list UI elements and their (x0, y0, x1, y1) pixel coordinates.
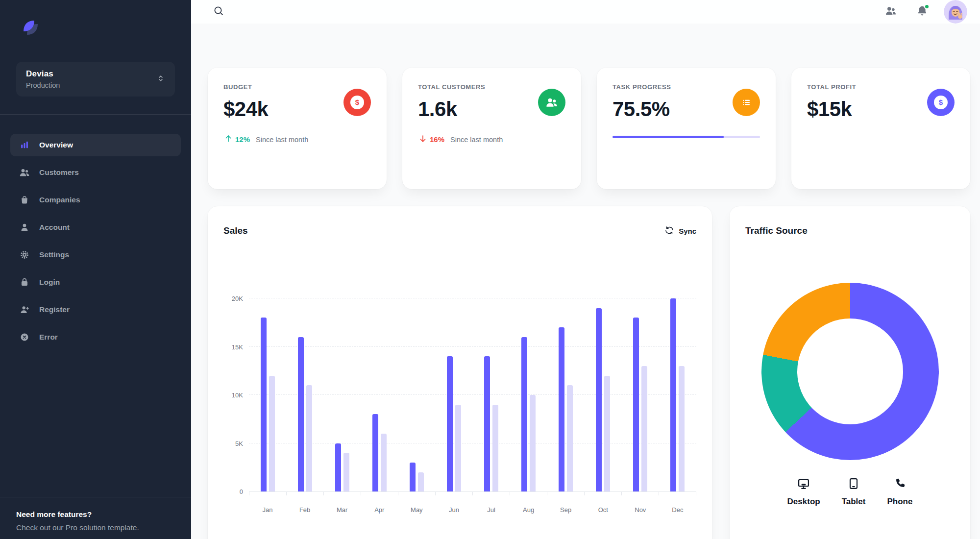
sales-bar-chart: 05K10K15K20K JanFebMarAprMayJunJulAugSep… (249, 298, 696, 514)
unfold-chevrons-icon (156, 74, 165, 85)
total-customers-card: TOTAL CUSTOMERS 1.6k (402, 68, 581, 189)
legend-label: Desktop (787, 497, 820, 507)
customers-caption: Since last month (450, 136, 503, 144)
donut-hole (797, 318, 903, 424)
workspace-environment: Production (26, 81, 156, 89)
x-axis-labels: JanFebMarAprMayJunJulAugSepOctNovDec (249, 506, 696, 514)
bar-secondary (306, 385, 312, 491)
contacts-button[interactable] (881, 2, 901, 22)
y-axis-label: 10K (221, 392, 243, 399)
devias-logo-icon[interactable] (20, 17, 42, 39)
total-profit-value: $15k (807, 98, 856, 121)
tablet-icon (847, 477, 860, 492)
sidebar-item-label: Account (39, 223, 70, 232)
sync-label: Sync (679, 227, 696, 235)
dollar-circle-icon: $ (343, 89, 371, 116)
bar-group (323, 298, 361, 491)
sales-bar-plot: 05K10K15K20K (249, 298, 696, 492)
avatar[interactable] (944, 0, 967, 24)
sidebar-item-account[interactable]: Account (10, 216, 181, 239)
bar-primary (670, 298, 676, 491)
workspace-name: Devias (26, 69, 156, 79)
x-axis-month-label: Jul (472, 506, 510, 514)
customers-label: TOTAL CUSTOMERS (418, 83, 485, 91)
task-progress-bar (612, 136, 760, 138)
list-circle-icon (733, 89, 760, 116)
search-button[interactable] (209, 2, 228, 22)
sidebar-item-register[interactable]: Register (10, 298, 181, 321)
x-axis-ticks (249, 492, 696, 495)
task-progress-label: TASK PROGRESS (612, 83, 671, 91)
users-icon (19, 167, 30, 178)
bar-secondary (343, 453, 349, 491)
bar-secondary (418, 472, 424, 491)
task-progress-card: TASK PROGRESS 75.5% (597, 68, 776, 189)
bar-chart-icon (19, 139, 30, 151)
task-progress-value: 75.5% (612, 98, 671, 121)
charts-row: Sales Sync 05K10K15K20K Jan (208, 206, 970, 539)
y-axis-label: 20K (221, 295, 243, 302)
budget-caption: Since last month (256, 136, 308, 144)
x-axis-month-label: Dec (659, 506, 696, 514)
task-progress-fill (612, 136, 724, 138)
traffic-source-card: Traffic Source Desktop (730, 206, 970, 539)
workspace-selector[interactable]: Devias Production (16, 62, 175, 97)
customers-value: 1.6k (418, 98, 485, 121)
page-content: BUDGET $24k $ 12% (191, 24, 980, 539)
bar-primary (298, 337, 304, 491)
phone-icon (893, 477, 906, 492)
sidebar-item-companies[interactable]: Companies (10, 189, 181, 211)
x-axis-month-label: Nov (622, 506, 659, 514)
bar-secondary (530, 395, 536, 491)
budget-trend-pct: 12% (235, 135, 250, 144)
footer-subtitle: Check out our Pro solution template. (16, 523, 175, 532)
x-axis-month-label: Jun (435, 506, 472, 514)
bar-secondary (567, 385, 573, 491)
sidebar-divider (0, 114, 191, 115)
sidebar-item-login[interactable]: Login (10, 271, 181, 294)
notifications-button[interactable] (912, 2, 932, 22)
sidebar-item-customers[interactable]: Customers (10, 161, 181, 184)
dollar-circle-icon: $ (927, 89, 955, 116)
shopping-bag-icon (19, 194, 30, 206)
sync-button[interactable]: Sync (664, 225, 696, 237)
bar-secondary (679, 366, 685, 491)
sidebar-item-label: Customers (39, 168, 79, 177)
main-area: BUDGET $24k $ 12% (191, 0, 980, 539)
sidebar: Devias Production Overview (0, 0, 191, 539)
bar-primary (261, 318, 267, 491)
sidebar-item-label: Login (39, 278, 60, 287)
sidebar-item-settings[interactable]: Settings (10, 244, 181, 266)
bar-secondary (492, 405, 498, 491)
stats-row: BUDGET $24k $ 12% (208, 68, 970, 189)
sidebar-item-overview[interactable]: Overview (10, 134, 181, 156)
bar-secondary (604, 376, 610, 491)
users-circle-icon (538, 89, 565, 116)
bar-secondary (269, 376, 275, 491)
x-axis-month-label: May (398, 506, 435, 514)
legend-label: Tablet (842, 497, 866, 507)
sidebar-item-label: Register (39, 305, 70, 314)
legend-label: Phone (887, 497, 912, 507)
budget-value: $24k (223, 98, 268, 121)
bar-group (249, 298, 286, 491)
x-circle-icon (19, 331, 30, 343)
bar-group (547, 298, 585, 491)
x-axis-month-label: Sep (547, 506, 585, 514)
bar-primary (447, 356, 453, 491)
y-axis-label: 5K (221, 440, 243, 447)
sidebar-item-label: Companies (39, 196, 80, 204)
bar-group (286, 298, 323, 491)
refresh-icon (664, 225, 674, 237)
sidebar-item-error[interactable]: Error (10, 326, 181, 348)
bar-primary (372, 414, 378, 491)
bar-group (361, 298, 398, 491)
y-axis-label: 0 (221, 488, 243, 495)
sidebar-item-label: Overview (39, 141, 73, 149)
user-plus-icon (19, 304, 30, 316)
budget-card: BUDGET $24k $ 12% (208, 68, 387, 189)
bar-group (585, 298, 622, 491)
x-axis-month-label: Jan (249, 506, 286, 514)
legend-item-desktop: Desktop (787, 477, 820, 507)
arrow-down-icon (418, 134, 428, 145)
